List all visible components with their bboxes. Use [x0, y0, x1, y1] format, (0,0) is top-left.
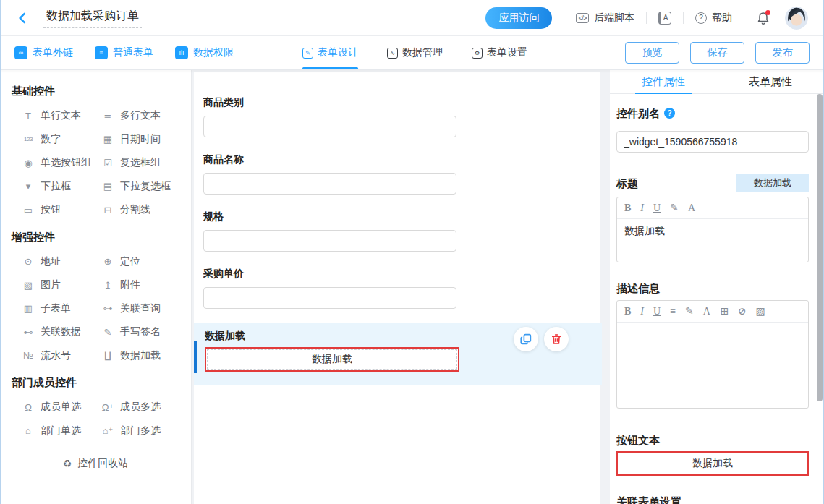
divider-line-icon: ⊟: [101, 205, 114, 215]
app-access-button[interactable]: 应用访问: [485, 7, 552, 29]
widget-member-single[interactable]: Ω成员单选: [22, 396, 101, 419]
font-color-icon[interactable]: A: [703, 306, 710, 317]
panel-tabs: 控件属性 表单属性: [610, 70, 824, 94]
pen-icon[interactable]: ✎: [685, 305, 694, 317]
document-title[interactable]: 数据加载采购订单: [43, 7, 142, 28]
widget-member-multi[interactable]: Ω⁺成员多选: [101, 396, 181, 419]
insert-image-icon[interactable]: ▨: [755, 305, 765, 317]
widget-datetime[interactable]: ▦日期时间: [101, 128, 181, 152]
department-icon: ⌂: [22, 425, 35, 436]
italic-icon[interactable]: I: [640, 306, 644, 317]
widget-alias-input[interactable]: [616, 131, 809, 153]
widget-subform[interactable]: ▥子表单: [22, 297, 101, 321]
alias-help-icon[interactable]: ?: [664, 108, 675, 119]
description-editor-content[interactable]: [617, 323, 808, 408]
linked-query-icon: ⊶: [101, 303, 114, 314]
widget-data-load[interactable]: ∐数据加载: [101, 344, 181, 368]
backend-script-button[interactable]: </> 后端脚本: [576, 12, 634, 25]
divider: [564, 12, 564, 24]
insert-field-icon[interactable]: ⊞: [720, 305, 729, 317]
selected-data-load-widget[interactable]: 数据加载 数据加载: [194, 323, 602, 385]
widget-dropdown-multiselect[interactable]: ▤下拉复选框: [101, 175, 181, 199]
title-editor-content[interactable]: 数据加载: [617, 219, 808, 262]
field-input[interactable]: [203, 173, 456, 195]
form-toolbar: ∞ 表单外链 ≡ 普通表单 ılı 数据权限 ✎ 表单设计 ∿ 数据管理 ⚙: [0, 36, 824, 70]
widget-checkbox-group[interactable]: ☑复选框组: [101, 151, 181, 175]
form-design-icon: ✎: [302, 48, 313, 59]
widget-dropdown[interactable]: ▾下拉框: [22, 175, 101, 199]
widget-recycle-bin[interactable]: ♻ 控件回收站: [0, 450, 191, 477]
recycle-icon: ♻: [63, 458, 72, 469]
field-input[interactable]: [203, 116, 456, 137]
widget-button[interactable]: ▭按钮: [22, 198, 101, 222]
preview-button[interactable]: 预览: [625, 42, 679, 64]
button-icon: ▭: [22, 205, 35, 215]
unlink-icon[interactable]: ⊘: [738, 305, 747, 317]
tab-data-management-label: 数据管理: [402, 46, 443, 59]
title-preview-badge[interactable]: 数据加载: [736, 174, 809, 192]
field-input[interactable]: [203, 230, 456, 252]
widget-divider-line[interactable]: ⊟分割线: [101, 198, 181, 222]
underline-icon[interactable]: U: [653, 306, 661, 317]
widget-multi-line-text[interactable]: ≣多行文本: [101, 104, 181, 128]
dictionary-button[interactable]: A: [658, 12, 671, 25]
subform-icon: ▥: [22, 303, 35, 314]
form-field-spec[interactable]: 规格: [203, 208, 456, 252]
widget-single-line-text[interactable]: T单行文本: [22, 104, 101, 128]
divider: [683, 12, 684, 24]
data-permission-label: 数据权限: [193, 46, 234, 59]
form-field-product-name[interactable]: 商品名称: [203, 151, 456, 195]
bold-icon[interactable]: B: [624, 306, 631, 317]
delete-widget-icon[interactable]: [544, 327, 569, 351]
form-settings-icon: ⚙: [472, 48, 483, 59]
data-permission-tab[interactable]: ılı 数据权限: [175, 46, 234, 59]
pen-icon[interactable]: ✎: [670, 202, 679, 214]
form-field-product-category[interactable]: 商品类别: [203, 94, 456, 137]
widget-number[interactable]: 123数字: [22, 128, 101, 152]
form-external-link-tab[interactable]: ∞ 表单外链: [14, 46, 73, 59]
form-field-purchase-price[interactable]: 采购单价: [203, 265, 456, 309]
widget-dept-single[interactable]: ⌂部门单选: [22, 419, 101, 443]
departments-icon: ⌂⁺: [101, 425, 114, 436]
back-icon[interactable]: [16, 10, 32, 26]
tab-data-management[interactable]: ∿ 数据管理: [387, 36, 443, 69]
data-management-icon: ∿: [387, 48, 398, 59]
scrollbar-thumb[interactable]: [817, 94, 823, 401]
widget-dept-multi[interactable]: ⌂⁺部门多选: [101, 419, 181, 443]
tab-form-design[interactable]: ✎ 表单设计: [302, 36, 358, 69]
underline-icon[interactable]: U: [653, 202, 661, 214]
field-input[interactable]: [203, 287, 456, 309]
widget-location[interactable]: ⊕定位: [101, 250, 181, 274]
copy-widget-icon[interactable]: [514, 327, 538, 351]
button-text-input[interactable]: 数据加载: [616, 451, 809, 476]
notification-bell-icon[interactable]: [756, 11, 770, 25]
tab-form-properties[interactable]: 表单属性: [717, 70, 824, 93]
widget-linked-query[interactable]: ⊶关联查询: [101, 297, 181, 321]
normal-form-tab[interactable]: ≡ 普通表单: [95, 46, 153, 59]
font-color-icon[interactable]: A: [688, 202, 695, 214]
checkbox-icon: ☑: [101, 158, 114, 168]
user-avatar[interactable]: [785, 7, 808, 30]
widget-radio-group[interactable]: ◉单选按钮组: [22, 151, 101, 175]
properties-panel: 控件属性 表单属性 控件别名 ? 标题 数据加载 B I U ✎ A 数据加载 …: [610, 70, 824, 504]
widget-address[interactable]: ⊙地址: [22, 250, 101, 274]
publish-button[interactable]: 发布: [755, 42, 810, 64]
tab-widget-properties[interactable]: 控件属性: [610, 70, 717, 93]
field-label: 商品名称: [203, 151, 456, 167]
widget-serial-number[interactable]: №流水号: [22, 344, 101, 368]
align-icon[interactable]: ≡: [670, 306, 676, 317]
widget-image[interactable]: ▧图片: [22, 273, 101, 297]
help-button[interactable]: ? 帮助: [695, 12, 732, 25]
section-basic-widgets: 基础控件: [12, 85, 191, 98]
widget-attachment[interactable]: ↥附件: [101, 273, 181, 297]
tab-form-settings[interactable]: ⚙ 表单设置: [472, 36, 527, 69]
widget-sidebar: 基础控件 T单行文本 ≣多行文本 123数字 ▦日期时间 ◉单选按钮组 ☑复选框…: [0, 70, 192, 504]
data-load-button[interactable]: 数据加载: [205, 347, 459, 372]
widget-signature[interactable]: ✎手写签名: [101, 320, 181, 344]
italic-icon[interactable]: I: [640, 202, 644, 214]
save-button[interactable]: 保存: [690, 42, 744, 64]
field-label: 规格: [203, 208, 456, 224]
widget-linked-data[interactable]: ⊷关联数据: [22, 320, 101, 344]
bold-icon[interactable]: B: [624, 202, 631, 214]
address-pin-icon: ⊙: [22, 256, 35, 267]
